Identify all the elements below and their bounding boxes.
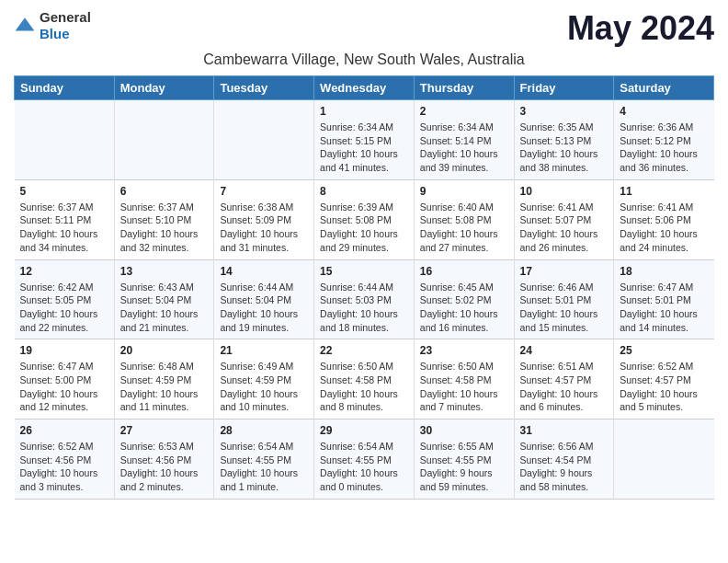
calendar-cell: 16Sunrise: 6:45 AM Sunset: 5:02 PM Dayli… [414, 259, 514, 339]
calendar-cell: 11Sunrise: 6:41 AM Sunset: 5:06 PM Dayli… [614, 179, 714, 259]
calendar-cell: 10Sunrise: 6:41 AM Sunset: 5:07 PM Dayli… [514, 179, 614, 259]
month-title: May 2024 [567, 9, 714, 48]
logo: General Blue [14, 9, 91, 42]
day-number: 3 [520, 105, 609, 118]
day-number: 12 [20, 265, 108, 278]
svg-marker-0 [16, 17, 35, 30]
day-info: Sunrise: 6:36 AM Sunset: 5:12 PM Dayligh… [620, 121, 708, 175]
day-number: 13 [120, 265, 209, 278]
day-info: Sunrise: 6:45 AM Sunset: 5:02 PM Dayligh… [420, 281, 508, 335]
calendar-cell: 2Sunrise: 6:34 AM Sunset: 5:14 PM Daylig… [414, 100, 514, 180]
day-number: 30 [420, 424, 508, 437]
week-row-4: 19Sunrise: 6:47 AM Sunset: 5:00 PM Dayli… [15, 339, 714, 419]
day-info: Sunrise: 6:37 AM Sunset: 5:10 PM Dayligh… [120, 201, 209, 255]
week-row-5: 26Sunrise: 6:52 AM Sunset: 4:56 PM Dayli… [15, 419, 714, 500]
day-info: Sunrise: 6:41 AM Sunset: 5:07 PM Dayligh… [520, 201, 609, 255]
day-header-sunday: Sunday [15, 76, 115, 100]
calendar-cell: 24Sunrise: 6:51 AM Sunset: 4:57 PM Dayli… [514, 339, 614, 419]
day-info: Sunrise: 6:34 AM Sunset: 5:15 PM Dayligh… [320, 121, 408, 175]
day-number: 10 [520, 185, 609, 198]
calendar-cell: 3Sunrise: 6:35 AM Sunset: 5:13 PM Daylig… [514, 100, 614, 180]
location-title: Cambewarra Village, New South Wales, Aus… [14, 52, 714, 68]
calendar-cell: 25Sunrise: 6:52 AM Sunset: 4:57 PM Dayli… [614, 339, 714, 419]
week-row-2: 5Sunrise: 6:37 AM Sunset: 5:11 PM Daylig… [15, 179, 714, 259]
day-number: 4 [620, 105, 708, 118]
header: General Blue May 2024 [14, 9, 714, 48]
logo-general: General [40, 9, 91, 25]
day-number: 16 [420, 265, 508, 278]
day-number: 8 [320, 185, 408, 198]
day-number: 19 [20, 344, 108, 357]
day-info: Sunrise: 6:54 AM Sunset: 4:55 PM Dayligh… [220, 440, 308, 494]
day-info: Sunrise: 6:52 AM Sunset: 4:56 PM Dayligh… [20, 440, 108, 494]
calendar-cell [114, 100, 214, 180]
day-number: 6 [120, 185, 209, 198]
calendar-cell: 15Sunrise: 6:44 AM Sunset: 5:03 PM Dayli… [314, 259, 415, 339]
calendar-cell [214, 100, 314, 180]
day-info: Sunrise: 6:53 AM Sunset: 4:56 PM Dayligh… [120, 440, 209, 494]
day-header-monday: Monday [114, 76, 214, 100]
day-number: 25 [620, 344, 708, 357]
calendar-cell: 13Sunrise: 6:43 AM Sunset: 5:04 PM Dayli… [114, 259, 214, 339]
day-header-saturday: Saturday [614, 76, 714, 100]
calendar-cell: 8Sunrise: 6:39 AM Sunset: 5:08 PM Daylig… [314, 179, 415, 259]
day-info: Sunrise: 6:42 AM Sunset: 5:05 PM Dayligh… [20, 281, 108, 335]
calendar-cell: 21Sunrise: 6:49 AM Sunset: 4:59 PM Dayli… [214, 339, 314, 419]
day-header-thursday: Thursday [414, 76, 514, 100]
calendar-cell: 29Sunrise: 6:54 AM Sunset: 4:55 PM Dayli… [314, 419, 415, 500]
day-number: 22 [320, 344, 408, 357]
day-number: 29 [320, 424, 408, 437]
day-info: Sunrise: 6:35 AM Sunset: 5:13 PM Dayligh… [520, 121, 609, 175]
day-info: Sunrise: 6:49 AM Sunset: 4:59 PM Dayligh… [220, 360, 308, 414]
day-info: Sunrise: 6:50 AM Sunset: 4:58 PM Dayligh… [420, 360, 508, 414]
day-info: Sunrise: 6:40 AM Sunset: 5:08 PM Dayligh… [420, 201, 508, 255]
day-number: 28 [220, 424, 308, 437]
day-number: 5 [20, 185, 108, 198]
calendar-cell: 17Sunrise: 6:46 AM Sunset: 5:01 PM Dayli… [514, 259, 614, 339]
day-number: 26 [20, 424, 108, 437]
logo-icon [14, 15, 36, 37]
calendar-cell: 1Sunrise: 6:34 AM Sunset: 5:15 PM Daylig… [314, 100, 415, 180]
calendar-table: SundayMondayTuesdayWednesdayThursdayFrid… [14, 75, 714, 500]
calendar-cell: 14Sunrise: 6:44 AM Sunset: 5:04 PM Dayli… [214, 259, 314, 339]
calendar-cell: 27Sunrise: 6:53 AM Sunset: 4:56 PM Dayli… [114, 419, 214, 500]
day-info: Sunrise: 6:41 AM Sunset: 5:06 PM Dayligh… [620, 201, 708, 255]
calendar-cell: 20Sunrise: 6:48 AM Sunset: 4:59 PM Dayli… [114, 339, 214, 419]
day-number: 18 [620, 265, 708, 278]
week-row-1: 1Sunrise: 6:34 AM Sunset: 5:15 PM Daylig… [15, 100, 714, 180]
calendar-cell: 19Sunrise: 6:47 AM Sunset: 5:00 PM Dayli… [15, 339, 115, 419]
day-number: 24 [520, 344, 609, 357]
day-number: 7 [220, 185, 308, 198]
day-number: 17 [520, 265, 609, 278]
calendar-cell: 5Sunrise: 6:37 AM Sunset: 5:11 PM Daylig… [15, 179, 115, 259]
day-number: 31 [520, 424, 609, 437]
calendar-cell: 31Sunrise: 6:56 AM Sunset: 4:54 PM Dayli… [514, 419, 614, 500]
day-number: 15 [320, 265, 408, 278]
calendar-cell: 4Sunrise: 6:36 AM Sunset: 5:12 PM Daylig… [614, 100, 714, 180]
calendar-cell: 9Sunrise: 6:40 AM Sunset: 5:08 PM Daylig… [414, 179, 514, 259]
day-number: 14 [220, 265, 308, 278]
day-info: Sunrise: 6:47 AM Sunset: 5:01 PM Dayligh… [620, 281, 708, 335]
calendar-cell: 7Sunrise: 6:38 AM Sunset: 5:09 PM Daylig… [214, 179, 314, 259]
header-row: SundayMondayTuesdayWednesdayThursdayFrid… [15, 76, 714, 100]
day-header-friday: Friday [514, 76, 614, 100]
day-info: Sunrise: 6:52 AM Sunset: 4:57 PM Dayligh… [620, 360, 708, 414]
calendar-cell: 30Sunrise: 6:55 AM Sunset: 4:55 PM Dayli… [414, 419, 514, 500]
day-info: Sunrise: 6:46 AM Sunset: 5:01 PM Dayligh… [520, 281, 609, 335]
day-info: Sunrise: 6:38 AM Sunset: 5:09 PM Dayligh… [220, 201, 308, 255]
day-info: Sunrise: 6:47 AM Sunset: 5:00 PM Dayligh… [20, 360, 108, 414]
calendar-cell [614, 419, 714, 500]
calendar-cell [15, 100, 115, 180]
day-number: 2 [420, 105, 508, 118]
day-info: Sunrise: 6:55 AM Sunset: 4:55 PM Dayligh… [420, 440, 508, 494]
day-number: 9 [420, 185, 508, 198]
logo-text: General Blue [40, 9, 91, 42]
day-info: Sunrise: 6:44 AM Sunset: 5:03 PM Dayligh… [320, 281, 408, 335]
day-info: Sunrise: 6:50 AM Sunset: 4:58 PM Dayligh… [320, 360, 408, 414]
day-info: Sunrise: 6:44 AM Sunset: 5:04 PM Dayligh… [220, 281, 308, 335]
calendar-cell: 12Sunrise: 6:42 AM Sunset: 5:05 PM Dayli… [15, 259, 115, 339]
day-number: 23 [420, 344, 508, 357]
day-info: Sunrise: 6:56 AM Sunset: 4:54 PM Dayligh… [520, 440, 609, 494]
day-info: Sunrise: 6:43 AM Sunset: 5:04 PM Dayligh… [120, 281, 209, 335]
day-number: 1 [320, 105, 408, 118]
